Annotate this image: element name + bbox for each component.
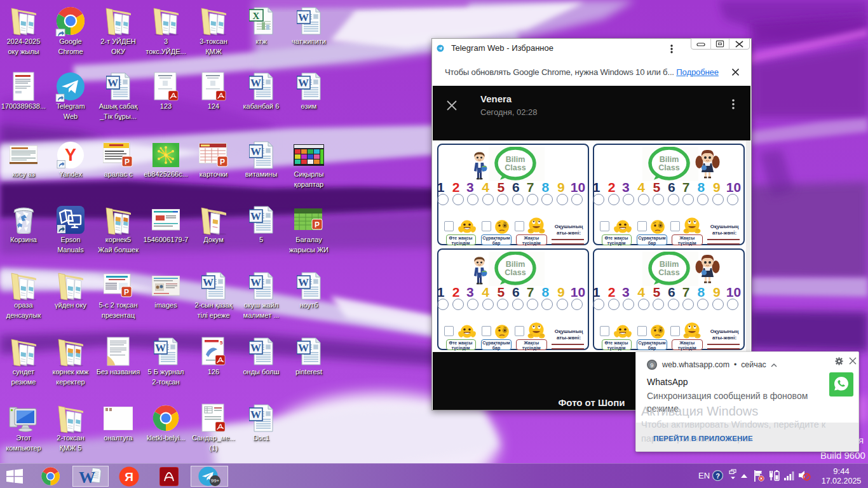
svg-text:W: W (79, 468, 95, 486)
svg-text:Bilim: Bilim (660, 260, 679, 269)
svg-text:?: ? (715, 472, 720, 480)
svg-text:9: 9 (650, 362, 653, 369)
svg-text:Я: Я (125, 470, 133, 484)
svg-text:Bilim: Bilim (506, 155, 526, 164)
svg-text:Bilim: Bilim (660, 155, 679, 164)
svg-text:5: 5 (220, 340, 223, 346)
svg-text:Class: Class (658, 268, 679, 277)
svg-text:Class: Class (658, 163, 679, 172)
svg-text:Bilim: Bilim (506, 260, 526, 269)
svg-text:Class: Class (505, 163, 526, 172)
svg-text:Class: Class (505, 268, 526, 277)
